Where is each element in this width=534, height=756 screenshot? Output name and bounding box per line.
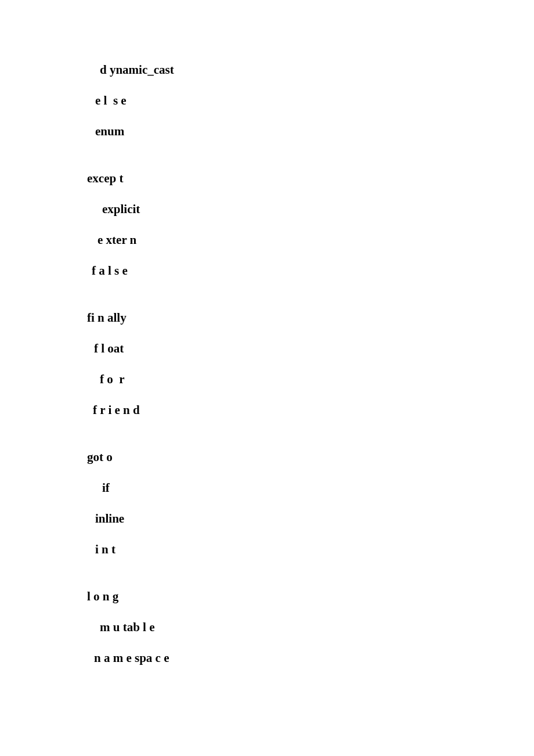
keyword: f r i e n d: [87, 404, 534, 416]
keyword: f o r: [87, 373, 534, 386]
keyword-group: excep texplicite xter nf a l s e: [87, 172, 534, 277]
keyword: inline: [87, 513, 534, 525]
keyword-group: fi n allyf l oatf o rf r i e n d: [87, 312, 534, 416]
keyword-group: got oifinlinei n t: [87, 451, 534, 556]
keyword: e xter n: [87, 234, 534, 246]
keyword: excep t: [87, 172, 534, 185]
keyword: fi n ally: [87, 312, 534, 324]
keyword: if: [87, 482, 534, 494]
keyword: i n t: [87, 543, 534, 556]
keyword-group: d ynamic_caste l s eenum: [87, 64, 534, 138]
keyword: explicit: [87, 203, 534, 215]
page: d ynamic_caste l s eenumexcep texplicite…: [0, 0, 534, 664]
keyword: l o n g: [87, 591, 534, 603]
keyword: enum: [87, 125, 534, 138]
keyword-group: l o n gm u tab l en a m e spa c e: [87, 591, 534, 664]
keyword: f a l s e: [87, 265, 534, 277]
keyword: n a m e spa c e: [87, 652, 534, 664]
keyword: f l oat: [87, 343, 534, 355]
keyword-list: d ynamic_caste l s eenumexcep texplicite…: [87, 64, 534, 664]
keyword: e l s e: [87, 95, 534, 107]
keyword: m u tab l e: [87, 621, 534, 633]
keyword: got o: [87, 451, 534, 463]
keyword: d ynamic_cast: [87, 64, 534, 76]
